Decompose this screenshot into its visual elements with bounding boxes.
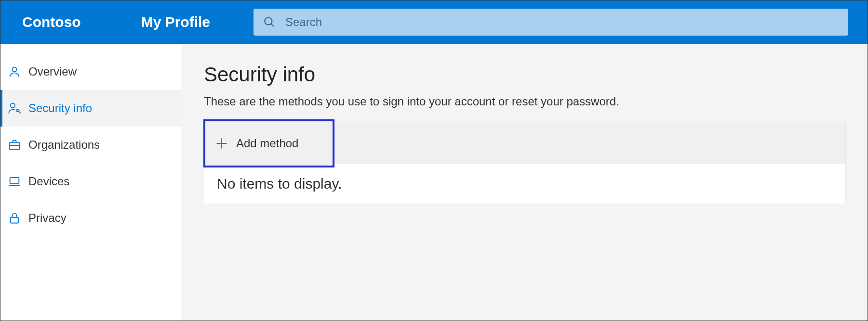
add-method-button[interactable]: Add method — [203, 119, 334, 167]
sidebar-item-devices[interactable]: Devices — [0, 163, 182, 200]
svg-point-3 — [11, 103, 15, 108]
person-icon — [8, 65, 21, 78]
search-box[interactable] — [254, 9, 848, 36]
sidebar-item-label: Overview — [28, 65, 77, 78]
add-method-label: Add method — [236, 137, 298, 150]
sidebar: Overview Security info Or — [0, 44, 182, 321]
svg-rect-9 — [11, 218, 18, 223]
sidebar-item-label: Security info — [28, 102, 92, 115]
svg-rect-5 — [10, 142, 20, 149]
search-input[interactable] — [285, 15, 839, 29]
briefcase-icon — [8, 138, 21, 152]
svg-line-1 — [271, 24, 274, 27]
sidebar-item-label: Privacy — [28, 211, 67, 225]
lock-icon — [8, 211, 21, 225]
main-content: Security info These are the methods you … — [182, 44, 868, 321]
methods-list-empty: No items to display. — [204, 164, 846, 204]
sidebar-item-security-info[interactable]: Security info — [0, 90, 182, 127]
page-description: These are the methods you use to sign in… — [204, 95, 846, 108]
sidebar-item-organizations[interactable]: Organizations — [0, 127, 182, 163]
svg-rect-7 — [10, 178, 19, 184]
search-icon — [263, 16, 276, 28]
body-area: Overview Security info Or — [0, 44, 868, 321]
brand-label: Contoso — [10, 14, 93, 30]
sidebar-item-label: Devices — [28, 175, 69, 188]
person-key-icon — [8, 102, 21, 115]
empty-message: No items to display. — [217, 176, 342, 192]
page-title: Security info — [204, 63, 846, 86]
sidebar-item-label: Organizations — [28, 138, 100, 152]
header-section-title: My Profile — [132, 14, 220, 30]
svg-point-2 — [12, 67, 16, 72]
plus-icon — [215, 137, 228, 150]
header-bar: Contoso My Profile — [0, 0, 868, 44]
laptop-icon — [8, 175, 21, 188]
sidebar-item-overview[interactable]: Overview — [0, 53, 182, 90]
svg-point-0 — [265, 17, 272, 25]
methods-toolbar: Add method — [204, 123, 846, 164]
sidebar-item-privacy[interactable]: Privacy — [0, 200, 182, 236]
